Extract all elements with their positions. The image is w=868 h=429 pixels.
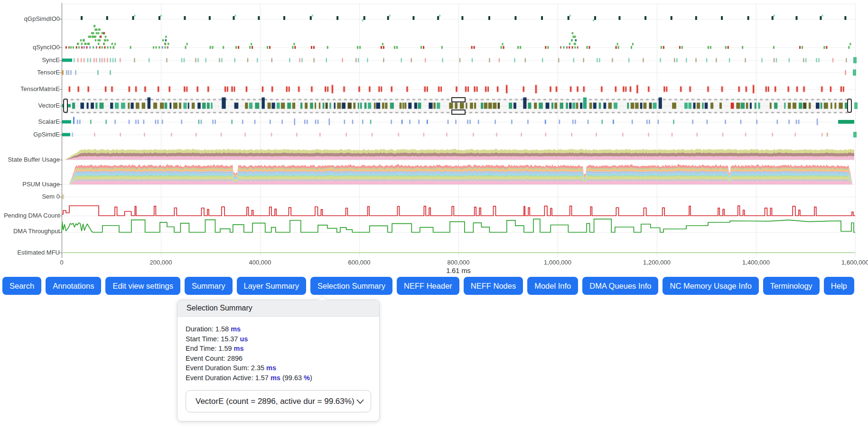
toolbar-button-summary[interactable]: Summary [185,277,233,295]
axis-duration-label: 1.61 ms [446,267,471,274]
row-label-scalare: ScalarE [0,118,60,125]
x-tick-0: 0 [60,259,63,266]
toolbar-button-neff-nodes[interactable]: NEFF Nodes [464,277,523,295]
row-label-vectore: VectorE [0,102,60,109]
stat-event-duration-active: Event Duration Active: 1.57 ms (99.63 %) [186,373,371,383]
selection-summary-popup: Selection Summary Duration: 1.58 msStart… [177,300,380,421]
engine-select[interactable]: VectorE (count = 2896, active dur = 99.6… [186,390,371,412]
popup-body: Duration: 1.58 msStart Time: 15.37 usEnd… [177,317,379,421]
toolbar: SearchAnnotationsEdit view settingsSumma… [2,277,854,295]
x-tick-400-000: 400,000 [249,259,271,266]
toolbar-button-dma-queues-info[interactable]: DMA Queues Info [582,277,658,295]
row-label-sem-0: Sem 0 [0,193,60,200]
x-tick-1-000-000: 1,000,000 [544,259,571,266]
stat-event-count: Event Count: 2896 [186,354,371,364]
stat-event-duration-sum: Event Duration Sum: 2.35 ms [186,363,371,373]
chevron-down-icon [355,398,365,405]
toolbar-button-layer-summary[interactable]: Layer Summary [237,277,306,295]
toolbar-button-edit-view-settings[interactable]: Edit view settings [105,277,180,295]
row-label-state-buffer-usage: State Buffer Usage [0,156,60,163]
stat-duration: Duration: 1.58 ms [186,324,371,334]
x-tick-800-000: 800,000 [448,259,470,266]
engine-select-value: VectorE (count = 2896, active dur = 99.6… [196,397,355,406]
selection-right-handle[interactable] [847,99,852,113]
x-tick-1-200-000: 1,200,000 [643,259,671,266]
toolbar-button-terminology[interactable]: Terminology [763,277,820,295]
x-tick-600-000: 600,000 [348,259,371,266]
row-label-estimated-mfu: Estimated MFU [0,249,60,256]
selection-cursor-handle-bottom[interactable] [451,110,466,115]
toolbar-button-search[interactable]: Search [2,277,41,295]
profiler-app: qGpSimdIO0qSyncIO0SyncETensorETensorMatr… [0,0,868,429]
stat-end-time: End Time: 1.59 ms [186,344,371,354]
stat-start-time: Start Time: 15.37 us [186,334,371,344]
row-label-tensore: TensorE [0,69,60,76]
toolbar-button-selection-summary[interactable]: Selection Summary [310,277,392,295]
x-tick-1-600-000: 1,600,000 [841,259,868,266]
popup-caret-icon [318,296,327,300]
timeline-canvas[interactable] [0,0,868,274]
row-label-gpsimde: GpSimdE [0,131,60,138]
popup-title: Selection Summary [177,300,379,317]
toolbar-button-nc-memory-usage-info[interactable]: NC Memory Usage Info [663,277,758,295]
row-label-qgpsimdio0: qGpSimdIO0 [0,15,60,22]
row-label-dma-throughput: DMA Throughput [0,228,60,235]
toolbar-button-help[interactable]: Help [824,277,854,295]
toolbar-button-annotations[interactable]: Annotations [46,277,101,295]
timeline-chart: qGpSimdIO0qSyncIO0SyncETensorETensorMatr… [0,0,868,275]
toolbar-button-neff-header[interactable]: NEFF Header [397,277,459,295]
x-tick-1-400-000: 1,400,000 [742,259,770,266]
selection-cursor-handle-top[interactable] [451,97,466,102]
x-tick-200-000: 200,000 [150,259,172,266]
toolbar-button-model-info[interactable]: Model Info [527,277,578,295]
row-label-qsyncio0: qSyncIO0 [0,44,60,51]
row-label-synce: SyncE [0,56,60,64]
row-label-psum-usage: PSUM Usage [0,181,60,188]
row-label-tensormatrixe: TensorMatrixE [0,85,60,92]
selection-left-handle[interactable] [63,99,68,113]
row-label-pending-dma-count: Pending DMA Count [0,212,60,219]
